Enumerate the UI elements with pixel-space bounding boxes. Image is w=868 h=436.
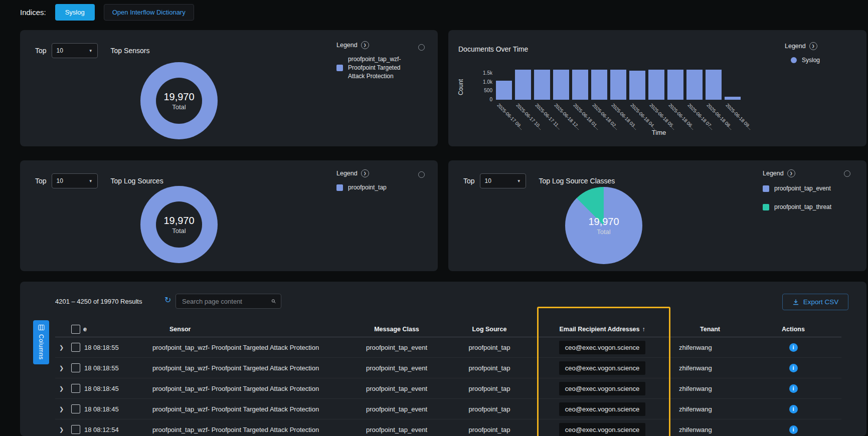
info-icon[interactable]: i bbox=[789, 384, 798, 393]
top-n-value: 10 bbox=[485, 177, 491, 184]
bar[interactable] bbox=[667, 70, 683, 100]
documents-over-time-chart[interactable] bbox=[496, 69, 744, 100]
search-input[interactable] bbox=[181, 297, 271, 306]
expand-row-icon[interactable]: ❯ bbox=[59, 385, 64, 392]
email-cell[interactable]: ceo@exec.vogon.science bbox=[559, 402, 645, 416]
legend-item[interactable]: proofpoint_tap_event bbox=[763, 184, 831, 193]
expand-row-icon[interactable]: ❯ bbox=[59, 365, 64, 371]
legend-marker-icon bbox=[336, 65, 343, 71]
panel-options-icon[interactable] bbox=[418, 44, 425, 51]
top-n-label: Top bbox=[35, 177, 47, 185]
legend-item[interactable]: Syslog bbox=[791, 56, 820, 65]
bar[interactable] bbox=[591, 70, 607, 100]
top-n-row: Top 10 ▼ Top Log Source Classes bbox=[463, 173, 615, 188]
search-icon bbox=[271, 298, 276, 305]
expand-row-icon[interactable]: ❯ bbox=[59, 406, 64, 412]
select-all-checkbox[interactable] bbox=[71, 325, 80, 334]
panel-options-icon[interactable] bbox=[418, 171, 425, 178]
time-header[interactable]: e bbox=[83, 326, 148, 333]
bar[interactable] bbox=[725, 97, 741, 100]
export-csv-button[interactable]: Export CSV bbox=[782, 294, 848, 310]
bar[interactable] bbox=[534, 70, 550, 100]
top-n-select[interactable]: 10 ▼ bbox=[52, 43, 98, 58]
panel-title: Top Log Source Classes bbox=[539, 177, 615, 185]
top-log-source-classes-pie-chart[interactable]: 19,970 Total bbox=[565, 187, 642, 264]
email-cell[interactable]: ceo@exec.vogon.science bbox=[559, 423, 645, 436]
open-interflow-dictionary-button[interactable]: Open Interflow Dictionary bbox=[104, 4, 194, 21]
donut-center: 19,970 Total bbox=[156, 78, 202, 124]
pie-center: 19,970 Total bbox=[565, 187, 642, 264]
tenant-cell: zhifenwang bbox=[675, 364, 745, 372]
select-all-header bbox=[68, 325, 83, 334]
table-row[interactable]: ❯18 08:12:54proofpoint_tap_wzf- Proofpoi… bbox=[55, 419, 841, 436]
email-cell[interactable]: ceo@exec.vogon.science bbox=[559, 361, 645, 375]
log-source-cell: proofpoint_tap bbox=[449, 364, 530, 372]
log-source-header[interactable]: Log Source bbox=[449, 326, 530, 333]
email-header-label: Email Recipient Addresses bbox=[559, 326, 639, 333]
row-checkbox[interactable] bbox=[71, 384, 80, 393]
bar[interactable] bbox=[706, 70, 722, 100]
legend-toggle-icon[interactable]: ❯ bbox=[787, 169, 795, 177]
bar[interactable] bbox=[686, 70, 703, 100]
legend-item[interactable]: proofpoint_tap_threat bbox=[763, 203, 831, 211]
message-class-header[interactable]: Message Class bbox=[344, 326, 449, 333]
results-panel: 4201 – 4250 of 19970 Results ↻ Export CS… bbox=[20, 282, 866, 436]
info-icon[interactable]: i bbox=[789, 343, 798, 352]
time-cell: 18 08:12:54 bbox=[83, 426, 148, 433]
refresh-icon[interactable]: ↻ bbox=[164, 295, 171, 305]
info-icon[interactable]: i bbox=[789, 425, 798, 434]
info-icon[interactable]: i bbox=[789, 364, 798, 372]
bar[interactable] bbox=[572, 70, 588, 100]
indices-label: Indices: bbox=[20, 8, 46, 17]
syslog-index-button[interactable]: Syslog bbox=[55, 4, 95, 21]
y-tick-label: 1.5k bbox=[483, 70, 492, 76]
panel-options-icon[interactable] bbox=[844, 170, 850, 177]
legend-label: proofpoint_tap_event bbox=[774, 184, 831, 193]
expand-row-icon[interactable]: ❯ bbox=[59, 344, 64, 351]
bar[interactable] bbox=[553, 70, 569, 100]
bar[interactable] bbox=[629, 71, 645, 100]
actions-header: Actions bbox=[745, 326, 841, 333]
email-cell[interactable]: ceo@exec.vogon.science bbox=[559, 382, 645, 395]
row-checkbox[interactable] bbox=[71, 425, 80, 434]
bar[interactable] bbox=[610, 70, 626, 100]
columns-button[interactable]: Columns bbox=[33, 320, 49, 364]
info-icon[interactable]: i bbox=[789, 405, 798, 413]
sensor-header[interactable]: Sensor bbox=[148, 326, 344, 333]
sensor-cell: proofpoint_tap_wzf- Proofpoint Targeted … bbox=[148, 364, 344, 372]
results-table: e Sensor Message Class Log Source Email … bbox=[55, 322, 841, 436]
export-csv-label: Export CSV bbox=[803, 298, 839, 306]
bar[interactable] bbox=[515, 70, 531, 100]
top-n-select[interactable]: 10 ▼ bbox=[52, 173, 98, 188]
legend-toggle-icon[interactable]: ❯ bbox=[361, 41, 369, 49]
log-source-cell: proofpoint_tap bbox=[449, 426, 530, 433]
row-checkbox[interactable] bbox=[71, 343, 80, 352]
message-class-cell: proofpoint_tap_event bbox=[344, 344, 449, 351]
legend-label: proofpoint_tap_wzf- Proofpoint Targeted … bbox=[348, 55, 412, 80]
legend-toggle-icon[interactable]: ❯ bbox=[809, 42, 817, 50]
bar[interactable] bbox=[496, 81, 512, 100]
legend-toggle-icon[interactable]: ❯ bbox=[361, 169, 369, 177]
expand-row-icon[interactable]: ❯ bbox=[59, 426, 64, 433]
bar[interactable] bbox=[648, 70, 664, 100]
time-cell: 18 08:18:55 bbox=[83, 344, 148, 351]
row-checkbox[interactable] bbox=[71, 363, 80, 372]
legend-item[interactable]: proofpoint_tap_wzf- Proofpoint Targeted … bbox=[336, 55, 412, 80]
table-header-row: e Sensor Message Class Log Source Email … bbox=[55, 322, 841, 337]
top-log-sources-donut-chart[interactable]: 19,970 Total bbox=[140, 186, 218, 263]
legend: Legend ❯ proofpoint_tap bbox=[336, 169, 387, 192]
row-checkbox[interactable] bbox=[71, 404, 80, 413]
panel-title: Documents Over Time bbox=[458, 45, 528, 53]
table-row[interactable]: ❯18 08:18:55proofpoint_tap_wzf- Proofpoi… bbox=[55, 337, 841, 358]
top-n-select[interactable]: 10 ▼ bbox=[480, 173, 526, 188]
table-row[interactable]: ❯18 08:18:55proofpoint_tap_wzf- Proofpoi… bbox=[55, 358, 841, 378]
legend-item[interactable]: proofpoint_tap bbox=[336, 183, 387, 192]
email-recipient-addresses-header[interactable]: Email Recipient Addresses ↑ bbox=[530, 326, 675, 333]
top-log-source-classes-panel: Top 10 ▼ Top Log Source Classes 19,970 T… bbox=[448, 160, 866, 271]
top-sensors-donut-chart[interactable]: 19,970 Total bbox=[140, 62, 218, 139]
tenant-header[interactable]: Tenant bbox=[675, 326, 745, 333]
table-row[interactable]: ❯18 08:18:45proofpoint_tap_wzf- Proofpoi… bbox=[55, 378, 841, 399]
table-row[interactable]: ❯18 08:18:45proofpoint_tap_wzf- Proofpoi… bbox=[55, 399, 841, 419]
email-cell[interactable]: ceo@exec.vogon.science bbox=[559, 341, 645, 354]
legend-title: Legend bbox=[785, 43, 806, 50]
